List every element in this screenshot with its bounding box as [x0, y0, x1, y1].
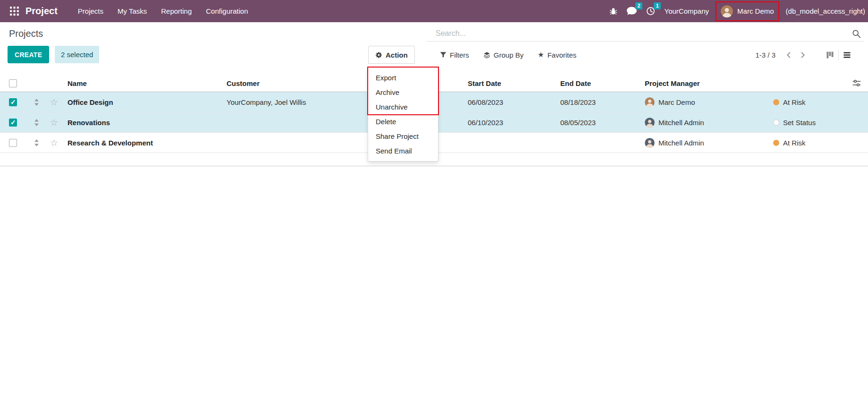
drag-handle-icon[interactable] — [29, 99, 43, 106]
optional-columns-icon[interactable] — [845, 79, 868, 87]
menu-item-delete[interactable]: Delete — [368, 114, 438, 129]
column-header-end-date[interactable]: End Date — [557, 79, 642, 87]
menu-configuration[interactable]: Configuration — [199, 0, 255, 22]
control-panel: CREATE 2 selected Action Filters Group B… — [0, 46, 868, 65]
row-select-cell — [0, 119, 29, 127]
cell-project-manager[interactable]: Mitchell Admin — [642, 138, 773, 148]
cell-end-date[interactable]: 08/05/2023 — [557, 119, 642, 127]
company-switcher[interactable]: YourCompany — [665, 7, 709, 15]
create-button[interactable]: CREATE — [8, 46, 49, 63]
pager: 1-3 / 3 — [755, 46, 855, 64]
activities-count-badge: 1 — [654, 2, 660, 9]
column-header-start-date[interactable]: Start Date — [465, 79, 557, 87]
funnel-icon — [440, 51, 447, 58]
action-label: Action — [386, 51, 408, 59]
group-by-button[interactable]: Group By — [483, 51, 523, 59]
cell-start-date[interactable]: 06/08/2023 — [465, 98, 557, 106]
cell-status[interactable]: Set Status — [773, 119, 845, 127]
cell-project-name[interactable]: Research & Development — [65, 139, 224, 147]
favorite-star-icon[interactable]: ☆ — [43, 117, 65, 128]
favorites-button[interactable]: ★ Favorites — [538, 51, 576, 59]
status-dot — [773, 140, 779, 146]
top-navbar: Project Projects My Tasks Reporting Conf… — [0, 0, 868, 22]
header-select-cell — [0, 79, 29, 87]
row-checkbox[interactable] — [9, 119, 17, 127]
debug-bug-icon[interactable] — [609, 7, 617, 15]
search-icon[interactable] — [851, 29, 861, 38]
user-name: Marc Demo — [737, 7, 774, 15]
pager-value[interactable]: 1-3 / 3 — [755, 51, 775, 59]
menu-item-export[interactable]: Export — [368, 70, 438, 85]
search-input[interactable] — [426, 29, 851, 38]
row-select-cell — [0, 139, 29, 147]
action-dropdown-button[interactable]: Action — [368, 46, 415, 64]
status-label: Set Status — [783, 119, 816, 127]
status-label: At Risk — [783, 139, 806, 147]
cell-start-date[interactable]: 06/10/2023 — [465, 119, 557, 127]
status-label: At Risk — [783, 98, 806, 106]
cell-project-manager[interactable]: Mitchell Admin — [642, 118, 773, 128]
cell-end-date[interactable]: 08/18/2023 — [557, 98, 642, 106]
menu-my-tasks[interactable]: My Tasks — [110, 0, 154, 22]
database-name: (db_model_access_right) — [786, 7, 865, 15]
row-checkbox[interactable] — [9, 139, 17, 147]
menu-projects[interactable]: Projects — [71, 0, 110, 22]
list-view-button[interactable] — [838, 50, 855, 60]
systray: 2 1 YourCompany Marc Demo (db_model_acce… — [609, 4, 868, 18]
manager-name: Marc Demo — [658, 98, 695, 106]
menu-item-share-project[interactable]: Share Project — [368, 129, 438, 144]
column-header-name[interactable]: Name — [65, 79, 224, 87]
row-checkbox[interactable] — [9, 98, 17, 106]
drag-handle-icon[interactable] — [29, 119, 43, 126]
filters-button[interactable]: Filters — [440, 51, 469, 59]
favorites-label: Favorites — [548, 51, 577, 59]
user-menu[interactable]: Marc Demo — [718, 4, 776, 18]
status-dot — [773, 119, 779, 126]
search-options: Filters Group By ★ Favorites — [440, 46, 576, 64]
column-header-project-manager[interactable]: Project Manager — [642, 79, 773, 87]
favorite-star-icon[interactable]: ☆ — [43, 97, 65, 108]
kanban-view-button[interactable] — [822, 50, 838, 60]
cell-project-manager[interactable]: Marc Demo — [642, 97, 773, 107]
manager-name: Mitchell Admin — [658, 139, 704, 147]
search-bar — [426, 26, 864, 42]
cell-project-name[interactable]: Renovations — [65, 119, 224, 127]
breadcrumb-search-bar: Projects — [0, 22, 868, 46]
apps-grid-icon[interactable] — [7, 0, 22, 22]
messages-icon[interactable]: 2 — [627, 7, 637, 16]
cell-project-name[interactable]: Office Design — [65, 98, 224, 106]
selection-count-badge[interactable]: 2 selected — [55, 46, 99, 63]
main-menu: Projects My Tasks Reporting Configuratio… — [71, 0, 255, 22]
menu-item-send-email[interactable]: Send Email — [368, 144, 438, 158]
user-avatar — [721, 5, 733, 17]
manager-avatar — [645, 138, 655, 148]
favorite-star-icon[interactable]: ☆ — [43, 137, 65, 148]
group-by-label: Group By — [494, 51, 523, 59]
messages-count-badge: 2 — [635, 2, 642, 9]
manager-avatar — [645, 118, 655, 128]
pager-next-button[interactable] — [796, 51, 809, 60]
pager-previous-button[interactable] — [782, 51, 796, 60]
layers-icon — [483, 51, 490, 59]
status-dot — [773, 99, 779, 105]
app-name[interactable]: Project — [25, 6, 58, 17]
cell-status[interactable]: At Risk — [773, 139, 845, 147]
menu-item-archive[interactable]: Archive — [368, 85, 438, 100]
menu-reporting[interactable]: Reporting — [154, 0, 199, 22]
select-all-checkbox[interactable] — [9, 79, 17, 87]
gear-icon — [375, 51, 382, 59]
star-icon: ★ — [538, 51, 544, 59]
action-dropdown-menu: Export Archive Unarchive Delete Share Pr… — [368, 67, 438, 162]
filters-label: Filters — [450, 51, 469, 59]
manager-name: Mitchell Admin — [658, 119, 704, 127]
drag-handle-icon[interactable] — [29, 139, 43, 146]
manager-avatar — [645, 97, 655, 107]
row-select-cell — [0, 98, 29, 106]
cell-status[interactable]: At Risk — [773, 98, 845, 106]
menu-item-unarchive[interactable]: Unarchive — [368, 100, 438, 114]
activities-clock-icon[interactable]: 1 — [646, 7, 655, 16]
view-switcher — [822, 50, 855, 60]
